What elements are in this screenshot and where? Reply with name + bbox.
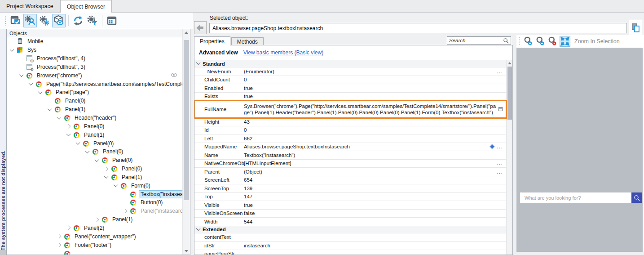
- preview-search-input[interactable]: What are you looking for?: [520, 192, 631, 203]
- member-search-box[interactable]: Search: [447, 36, 511, 45]
- window-check-icon[interactable]: [9, 14, 22, 27]
- expanded-chevron-icon[interactable]: [66, 132, 71, 136]
- tree-item[interactable]: Browser("chrome"): [7, 71, 182, 80]
- expanded-chevron-icon[interactable]: [114, 183, 118, 187]
- property-row[interactable]: NameTextbox("instasearch"): [194, 151, 506, 160]
- tree-item[interactable]: Header("header"): [7, 114, 182, 122]
- tree-item[interactable]: Panel("page"): [7, 88, 182, 97]
- property-row[interactable]: VisibleOnScreenfalse: [194, 210, 506, 218]
- ellipsis-button[interactable]: …: [497, 68, 503, 75]
- tab-methods[interactable]: Methods: [231, 37, 264, 45]
- properties-scrollbar-thumb[interactable]: [507, 67, 512, 120]
- scroll-up-icon[interactable]: [507, 60, 512, 66]
- tree-item[interactable]: Panel(0): [7, 122, 182, 130]
- tree-item[interactable]: Sys: [7, 46, 182, 54]
- tab-properties[interactable]: Properties: [194, 36, 230, 45]
- collapsed-chevron-icon[interactable]: [57, 234, 62, 239]
- zoom-reset-icon[interactable]: [547, 36, 558, 47]
- tab-project-workspace[interactable]: Project Workspace: [0, 0, 60, 12]
- property-row[interactable]: namePropStr: [194, 250, 506, 255]
- dock-window-icon[interactable]: [105, 14, 119, 27]
- property-row[interactable]: _NewEnum(Enumerator)…: [194, 67, 506, 76]
- expanded-chevron-icon[interactable]: [19, 72, 24, 77]
- property-row[interactable]: ChildCount0: [194, 76, 506, 85]
- property-row[interactable]: Visibletrue: [194, 201, 506, 210]
- property-row[interactable]: Height43: [194, 118, 506, 126]
- toolbar-grip[interactable]: [518, 36, 520, 46]
- tree-item[interactable]: Footer("footer"): [7, 241, 182, 249]
- property-row[interactable]: Width544: [194, 218, 506, 226]
- tree-item[interactable]: [7, 249, 182, 255]
- tree-item[interactable]: Panel(1): [7, 130, 182, 139]
- property-row[interactable]: Top147: [194, 193, 506, 201]
- expand-value-icon[interactable]: [498, 107, 503, 111]
- collapsed-chevron-icon[interactable]: [95, 217, 99, 222]
- property-row[interactable]: Id0: [194, 126, 506, 135]
- tree-item[interactable]: Button(0): [7, 198, 182, 207]
- property-row[interactable]: contentText: [194, 233, 506, 242]
- tree-item[interactable]: Panel(1): [7, 215, 182, 224]
- property-row[interactable]: FullNameSys.Browser("chrome").Page("http…: [194, 101, 506, 118]
- selected-object-input[interactable]: Aliases.browser.pageShop.textboxInstasea…: [209, 23, 627, 33]
- property-row[interactable]: idStrinstasearch: [194, 242, 506, 250]
- tree-item[interactable]: Panel(0): [7, 156, 182, 165]
- scroll-up-icon[interactable]: [183, 29, 190, 36]
- tree-item[interactable]: Panel(0): [7, 148, 182, 156]
- collapsed-chevron-icon[interactable]: [123, 209, 128, 213]
- tree-item[interactable]: Process("dllhost", 4): [7, 54, 182, 63]
- collapsed-chevron-icon[interactable]: [104, 166, 109, 171]
- collapsed-chevron-icon[interactable]: [66, 226, 71, 230]
- back-button[interactable]: [194, 21, 207, 34]
- toolbar-grip[interactable]: [4, 16, 6, 26]
- collapsed-chevron-icon[interactable]: [66, 124, 71, 129]
- tree-scrollbar[interactable]: [182, 29, 190, 255]
- collapsed-chevron-icon[interactable]: [57, 243, 62, 247]
- gear-person-icon[interactable]: [23, 14, 37, 27]
- property-row[interactable]: ScreenLeft654: [194, 176, 506, 185]
- copy-button[interactable]: [629, 20, 643, 36]
- property-row[interactable]: MappedNameAliases.browser.pageShop.textb…: [194, 143, 506, 152]
- scroll-down-icon[interactable]: [183, 248, 190, 255]
- tree-item[interactable]: Panel(0): [7, 165, 182, 173]
- tree-item[interactable]: Panel("content_wrapper"): [7, 232, 182, 241]
- tree-item[interactable]: Panel("instasearch_drop": [7, 207, 182, 215]
- tree-scrollbar-thumb[interactable]: [184, 40, 189, 200]
- expanded-chevron-icon[interactable]: [48, 107, 52, 111]
- tree-item[interactable]: Panel(1): [7, 105, 182, 114]
- property-section-header[interactable]: Standard: [194, 60, 506, 67]
- mapped-name-diamond-icon[interactable]: [490, 144, 494, 149]
- property-row[interactable]: ScreenTop139: [194, 184, 506, 193]
- tree-item[interactable]: Panel(1): [7, 173, 182, 182]
- tree-item[interactable]: Process("dllhost", 3): [7, 63, 182, 72]
- property-section-header[interactable]: Extended: [194, 226, 506, 233]
- zoom-out-icon[interactable]: [535, 36, 546, 47]
- tree-item[interactable]: Mobile: [7, 37, 182, 46]
- tree-item[interactable]: Form(0): [7, 181, 182, 190]
- preview-search-button[interactable]: [631, 192, 642, 203]
- gears-icon[interactable]: [38, 14, 51, 27]
- property-row[interactable]: Enabledtrue: [194, 84, 506, 93]
- property-row[interactable]: NativeChromeObject[HTMLInputElement]…: [194, 160, 506, 168]
- ellipsis-button[interactable]: …: [497, 169, 503, 175]
- expanded-chevron-icon[interactable]: [29, 81, 33, 85]
- expanded-chevron-icon[interactable]: [10, 47, 14, 52]
- zoom-in-icon[interactable]: [523, 36, 534, 47]
- expanded-chevron-icon[interactable]: [38, 89, 43, 94]
- refresh-icon[interactable]: [71, 14, 85, 27]
- property-row[interactable]: Existstrue: [194, 93, 506, 101]
- ellipsis-button[interactable]: …: [497, 160, 503, 166]
- expanded-chevron-icon[interactable]: [104, 174, 109, 179]
- tree-item[interactable]: Panel(2): [7, 224, 182, 233]
- property-row[interactable]: Left662: [194, 134, 506, 143]
- expanded-chevron-icon[interactable]: [95, 157, 99, 162]
- eye-icon[interactable]: [171, 73, 177, 77]
- ellipsis-button[interactable]: …: [497, 143, 503, 150]
- tree-item[interactable]: Textbox("instasearch"): [7, 190, 182, 198]
- gear-filter-icon[interactable]: [86, 14, 99, 27]
- tree-item[interactable]: Panel(0): [7, 139, 182, 148]
- basic-view-link[interactable]: View basic members (Basic view): [243, 49, 324, 56]
- expanded-chevron-icon[interactable]: [85, 149, 90, 153]
- expanded-chevron-icon[interactable]: [57, 115, 62, 120]
- properties-scrollbar[interactable]: [506, 60, 512, 255]
- tab-object-browser[interactable]: Object Browser: [60, 0, 112, 13]
